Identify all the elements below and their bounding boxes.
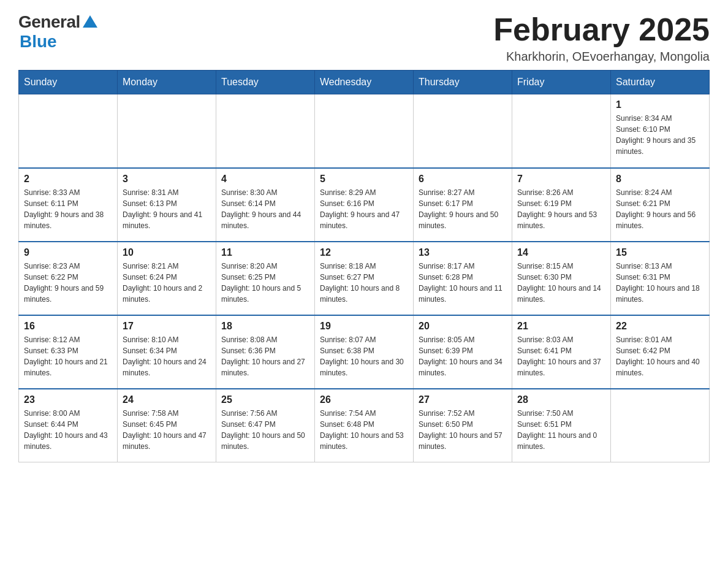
calendar-day-cell: 15Sunrise: 8:13 AMSunset: 6:31 PMDayligh… [611,242,710,315]
day-number: 14 [517,247,605,258]
day-info: Sunrise: 8:03 AMSunset: 6:41 PMDaylight:… [517,334,605,378]
calendar-week-row: 1Sunrise: 8:34 AMSunset: 6:10 PMDaylight… [19,94,710,168]
day-number: 8 [616,174,704,185]
day-number: 21 [517,321,605,332]
day-info: Sunrise: 8:10 AMSunset: 6:34 PMDaylight:… [123,334,211,378]
day-info: Sunrise: 7:54 AMSunset: 6:48 PMDaylight:… [320,408,408,452]
day-number: 11 [221,247,309,258]
day-number: 27 [419,394,507,405]
day-info: Sunrise: 7:58 AMSunset: 6:45 PMDaylight:… [123,408,211,452]
calendar-day-cell: 3Sunrise: 8:31 AMSunset: 6:13 PMDaylight… [118,168,216,242]
calendar-day-cell: 26Sunrise: 7:54 AMSunset: 6:48 PMDayligh… [315,389,414,462]
calendar-day-cell: 2Sunrise: 8:33 AMSunset: 6:11 PMDaylight… [19,168,118,242]
day-info: Sunrise: 8:26 AMSunset: 6:19 PMDaylight:… [517,187,605,231]
calendar-day-cell [19,94,118,168]
logo-triangle-icon [83,15,97,28]
day-number: 12 [320,247,408,258]
calendar-day-cell: 19Sunrise: 8:07 AMSunset: 6:38 PMDayligh… [315,315,414,389]
day-number: 17 [123,321,211,332]
day-info: Sunrise: 8:00 AMSunset: 6:44 PMDaylight:… [24,408,112,452]
day-info: Sunrise: 8:17 AMSunset: 6:28 PMDaylight:… [419,261,507,305]
day-info: Sunrise: 7:52 AMSunset: 6:50 PMDaylight:… [419,408,507,452]
day-info: Sunrise: 8:24 AMSunset: 6:21 PMDaylight:… [616,187,704,231]
day-number: 1 [616,99,704,110]
day-number: 15 [616,247,704,258]
day-number: 3 [123,174,211,185]
day-number: 6 [419,174,507,185]
calendar-day-header: Thursday [414,71,512,94]
day-number: 10 [123,247,211,258]
calendar-day-cell [414,94,512,168]
logo-general-text: General [18,12,80,32]
day-info: Sunrise: 8:21 AMSunset: 6:24 PMDaylight:… [123,261,211,305]
calendar-week-row: 23Sunrise: 8:00 AMSunset: 6:44 PMDayligh… [19,389,710,462]
day-number: 13 [419,247,507,258]
day-info: Sunrise: 8:34 AMSunset: 6:10 PMDaylight:… [616,113,704,157]
calendar-table: SundayMondayTuesdayWednesdayThursdayFrid… [18,70,710,462]
day-info: Sunrise: 8:07 AMSunset: 6:38 PMDaylight:… [320,334,408,378]
calendar-day-cell: 18Sunrise: 8:08 AMSunset: 6:36 PMDayligh… [216,315,315,389]
calendar-day-cell: 13Sunrise: 8:17 AMSunset: 6:28 PMDayligh… [414,242,512,315]
calendar-day-cell: 1Sunrise: 8:34 AMSunset: 6:10 PMDaylight… [611,94,710,168]
calendar-day-cell: 24Sunrise: 7:58 AMSunset: 6:45 PMDayligh… [118,389,216,462]
logo: General Blue [18,12,97,52]
calendar-day-header: Wednesday [315,71,414,94]
calendar-day-cell: 8Sunrise: 8:24 AMSunset: 6:21 PMDaylight… [611,168,710,242]
day-info: Sunrise: 8:31 AMSunset: 6:13 PMDaylight:… [123,187,211,231]
calendar-day-cell: 16Sunrise: 8:12 AMSunset: 6:33 PMDayligh… [19,315,118,389]
calendar-day-header: Sunday [19,71,118,94]
day-info: Sunrise: 8:20 AMSunset: 6:25 PMDaylight:… [221,261,309,305]
day-number: 4 [221,174,309,185]
day-number: 16 [24,321,112,332]
calendar-day-cell: 20Sunrise: 8:05 AMSunset: 6:39 PMDayligh… [414,315,512,389]
calendar-day-cell: 28Sunrise: 7:50 AMSunset: 6:51 PMDayligh… [512,389,611,462]
day-number: 9 [24,247,112,258]
calendar-day-cell: 21Sunrise: 8:03 AMSunset: 6:41 PMDayligh… [512,315,611,389]
day-number: 26 [320,394,408,405]
location-subtitle: Kharkhorin, OEvoerhangay, Mongolia [493,50,710,64]
calendar-day-cell: 23Sunrise: 8:00 AMSunset: 6:44 PMDayligh… [19,389,118,462]
calendar-day-cell: 5Sunrise: 8:29 AMSunset: 6:16 PMDaylight… [315,168,414,242]
calendar-day-cell: 14Sunrise: 8:15 AMSunset: 6:30 PMDayligh… [512,242,611,315]
day-info: Sunrise: 7:50 AMSunset: 6:51 PMDaylight:… [517,408,605,452]
calendar-day-cell: 12Sunrise: 8:18 AMSunset: 6:27 PMDayligh… [315,242,414,315]
calendar-day-cell [611,389,710,462]
calendar-day-header: Friday [512,71,611,94]
day-number: 5 [320,174,408,185]
calendar-day-cell [512,94,611,168]
day-info: Sunrise: 8:01 AMSunset: 6:42 PMDaylight:… [616,334,704,378]
day-info: Sunrise: 8:33 AMSunset: 6:11 PMDaylight:… [24,187,112,231]
day-info: Sunrise: 8:15 AMSunset: 6:30 PMDaylight:… [517,261,605,305]
calendar-day-cell: 10Sunrise: 8:21 AMSunset: 6:24 PMDayligh… [118,242,216,315]
calendar-day-cell: 25Sunrise: 7:56 AMSunset: 6:47 PMDayligh… [216,389,315,462]
calendar-week-row: 2Sunrise: 8:33 AMSunset: 6:11 PMDaylight… [19,168,710,242]
title-area: February 2025 Kharkhorin, OEvoerhangay, … [493,12,710,64]
calendar-day-header: Saturday [611,71,710,94]
calendar-day-cell [118,94,216,168]
calendar-day-header: Monday [118,71,216,94]
day-info: Sunrise: 8:30 AMSunset: 6:14 PMDaylight:… [221,187,309,231]
calendar-day-cell: 27Sunrise: 7:52 AMSunset: 6:50 PMDayligh… [414,389,512,462]
day-number: 28 [517,394,605,405]
calendar-header-row: SundayMondayTuesdayWednesdayThursdayFrid… [19,71,710,94]
logo-blue-text: Blue [20,32,57,52]
day-number: 2 [24,174,112,185]
day-info: Sunrise: 8:12 AMSunset: 6:33 PMDaylight:… [24,334,112,378]
calendar-week-row: 16Sunrise: 8:12 AMSunset: 6:33 PMDayligh… [19,315,710,389]
day-number: 7 [517,174,605,185]
calendar-day-cell: 6Sunrise: 8:27 AMSunset: 6:17 PMDaylight… [414,168,512,242]
calendar-day-cell: 22Sunrise: 8:01 AMSunset: 6:42 PMDayligh… [611,315,710,389]
day-info: Sunrise: 8:27 AMSunset: 6:17 PMDaylight:… [419,187,507,231]
day-info: Sunrise: 8:29 AMSunset: 6:16 PMDaylight:… [320,187,408,231]
day-info: Sunrise: 7:56 AMSunset: 6:47 PMDaylight:… [221,408,309,452]
day-info: Sunrise: 8:13 AMSunset: 6:31 PMDaylight:… [616,261,704,305]
day-number: 25 [221,394,309,405]
calendar-week-row: 9Sunrise: 8:23 AMSunset: 6:22 PMDaylight… [19,242,710,315]
day-info: Sunrise: 8:18 AMSunset: 6:27 PMDaylight:… [320,261,408,305]
day-info: Sunrise: 8:23 AMSunset: 6:22 PMDaylight:… [24,261,112,305]
day-number: 24 [123,394,211,405]
month-title: February 2025 [493,12,710,47]
page-header: General Blue February 2025 Kharkhorin, O… [18,12,710,64]
calendar-day-cell: 7Sunrise: 8:26 AMSunset: 6:19 PMDaylight… [512,168,611,242]
calendar-day-cell: 11Sunrise: 8:20 AMSunset: 6:25 PMDayligh… [216,242,315,315]
